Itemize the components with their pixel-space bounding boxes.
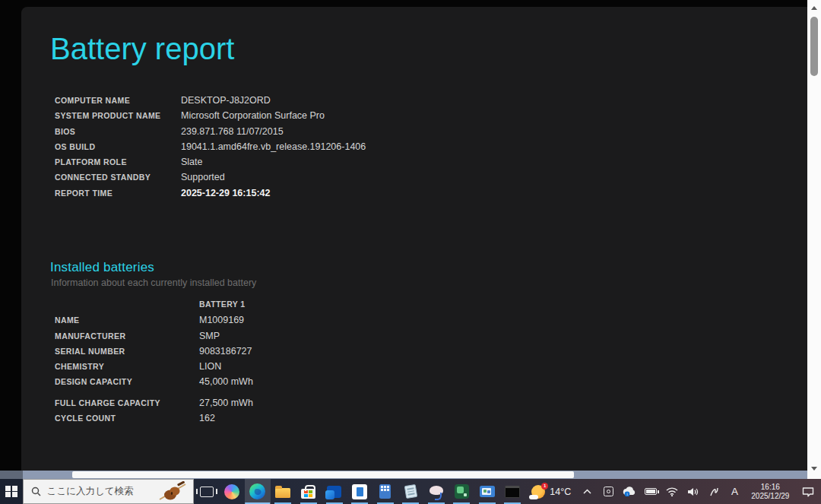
weather-sun-icon: 1: [531, 485, 545, 499]
calculator-button[interactable]: [372, 479, 398, 504]
table-row: CONNECTED STANDBY Supported: [55, 172, 366, 187]
table-row: SERIAL NUMBER 9083186727: [55, 346, 253, 361]
chevron-up-icon: [583, 489, 591, 494]
table-row: CYCLE COUNT 162: [55, 413, 253, 428]
cloud-app-icon: [430, 486, 443, 495]
search-placeholder: ここに入力して検索: [47, 485, 151, 498]
table-row: CHEMISTRY LION: [55, 361, 253, 376]
edge-icon: [249, 483, 265, 499]
battery-report-page: Battery report COMPUTER NAME DESKTOP-J8J…: [21, 7, 807, 471]
system-info-table: COMPUTER NAME DESKTOP-J8J2ORD SYSTEM PRO…: [55, 95, 366, 203]
command-prompt-icon: [505, 486, 520, 498]
clock-date: 2025/12/29: [751, 492, 789, 501]
installed-batteries-table: BATTERY 1 NAME M1009169 MANUFACTURER SMP…: [55, 300, 253, 428]
search-input[interactable]: ここに入力して検索: [23, 479, 194, 504]
start-button[interactable]: [0, 479, 23, 504]
table-column-header: BATTERY 1: [55, 300, 253, 315]
taskbar: ここに入力して検索 1 14°C: [0, 479, 821, 504]
wifi-icon: [666, 487, 678, 496]
scroll-down-arrow[interactable]: [807, 462, 821, 474]
meet-now-button[interactable]: [598, 479, 620, 504]
volume-button[interactable]: [682, 479, 703, 504]
pen-ink-icon: [708, 487, 719, 497]
weather-temperature: 14°C: [550, 487, 571, 497]
volume-icon: [687, 487, 699, 496]
taskbar-clock[interactable]: 16:16 2025/12/29: [745, 479, 795, 504]
vertical-scrollbar-thumb[interactable]: [810, 17, 818, 76]
section-subtitle: Information about each currently install…: [51, 277, 256, 288]
microsoft-store-button[interactable]: [296, 479, 322, 504]
action-center-icon: [802, 487, 814, 497]
ime-mode-button[interactable]: A: [724, 479, 746, 504]
windows-logo-icon: [5, 486, 17, 498]
file-explorer-button[interactable]: [271, 479, 296, 504]
table-row: PLATFORM ROLE Slate: [55, 157, 366, 172]
file-explorer-icon: [275, 488, 290, 498]
notepad-icon: [404, 484, 417, 499]
horizontal-scrollbar[interactable]: [0, 471, 807, 479]
table-row-report-time: REPORT TIME 2025-12-29 16:15:42: [55, 188, 366, 203]
document-app-button[interactable]: [347, 479, 372, 504]
command-prompt-button[interactable]: [500, 479, 526, 504]
violin-search-highlight-icon: [157, 481, 189, 502]
scroll-left-button[interactable]: [0, 471, 23, 479]
media-app-button[interactable]: [474, 479, 500, 504]
action-center-button[interactable]: [795, 479, 821, 504]
horizontal-scrollbar-thumb[interactable]: [72, 471, 574, 478]
table-row: BIOS 239.871.768 11/07/2015: [55, 126, 366, 141]
table-row: SYSTEM PRODUCT NAME Microsoft Corporatio…: [55, 110, 366, 125]
ime-mode-indicator: A: [731, 486, 738, 497]
weather-widget[interactable]: 1 14°C: [525, 479, 577, 504]
scroll-up-arrow[interactable]: [807, 2, 821, 14]
clock-time: 16:16: [761, 483, 780, 492]
copilot-icon: [224, 484, 239, 499]
microsoft-store-icon: [301, 489, 315, 499]
battery-status-button[interactable]: [640, 479, 661, 504]
notepad-button[interactable]: [398, 479, 423, 504]
task-view-icon: [200, 487, 214, 497]
table-row: MANUFACTURER SMP: [55, 331, 253, 346]
table-row: COMPUTER NAME DESKTOP-J8J2ORD: [55, 95, 366, 110]
document-app-icon: [352, 484, 367, 499]
battery-icon: [645, 488, 657, 495]
meet-now-icon: [604, 487, 613, 496]
outlook-button[interactable]: [322, 479, 347, 504]
vertical-scrollbar[interactable]: [807, 0, 821, 479]
onedrive-cloud-icon: i: [623, 487, 636, 496]
onedrive-button[interactable]: i: [619, 479, 640, 504]
green-app-icon: [455, 484, 469, 499]
copilot-button[interactable]: [219, 479, 245, 504]
hidden-icons-button[interactable]: [577, 479, 598, 504]
svg-text:i: i: [627, 492, 628, 496]
table-row: NAME M1009169: [55, 315, 253, 330]
table-row: OS BUILD 19041.1.amd64fre.vb_release.191…: [55, 141, 366, 157]
section-heading-installed-batteries: Installed batteries: [50, 260, 154, 275]
cloud-app-button[interactable]: [423, 479, 449, 504]
page-title: Battery report: [50, 32, 234, 66]
green-app-button[interactable]: [449, 479, 475, 504]
calculator-icon: [379, 484, 391, 499]
search-icon: [31, 487, 41, 496]
wifi-button[interactable]: [661, 479, 683, 504]
notification-badge: 1: [541, 483, 548, 490]
task-view-button[interactable]: [194, 479, 220, 504]
table-row: DESIGN CAPACITY 45,000 mWh: [55, 376, 253, 391]
table-row: FULL CHARGE CAPACITY 27,500 mWh: [55, 398, 253, 413]
outlook-icon: [327, 486, 341, 498]
edge-button[interactable]: [245, 479, 271, 504]
media-app-icon: [480, 486, 495, 497]
pen-ink-button[interactable]: [703, 479, 724, 504]
